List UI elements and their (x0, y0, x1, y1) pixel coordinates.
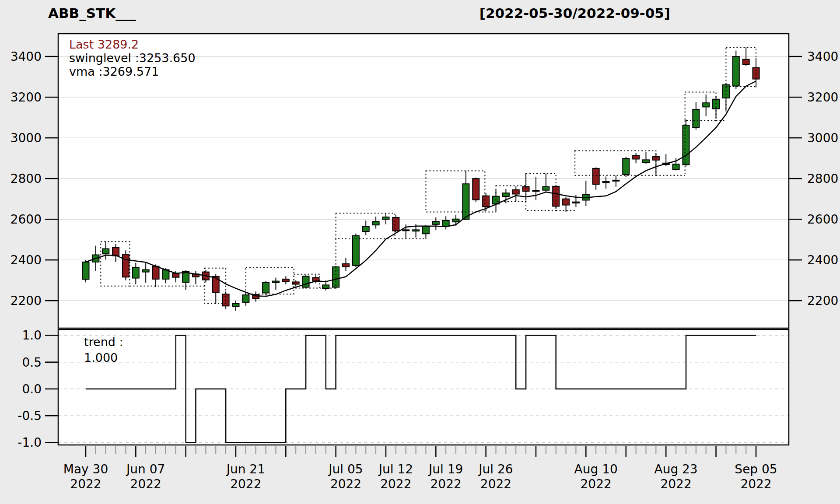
trend-panel (58, 329, 789, 445)
x-axis-year-label: 2022 (230, 477, 261, 491)
y-axis-tick-label-right: 2600 (807, 212, 838, 227)
x-axis-date-label: Aug 10 (574, 462, 618, 476)
date-range-label: [2022-05-30/2022-09-05] (480, 5, 670, 21)
trend-y-tick-label: 0.5 (22, 355, 42, 370)
trend-legend: trend : 1.000 (84, 334, 123, 366)
x-axis-year-label: 2022 (740, 477, 771, 491)
candle (682, 119, 689, 166)
x-axis-date-label: Jun 07 (126, 462, 165, 476)
x-axis-date-label: Jun 21 (226, 462, 265, 476)
chart-window: 2200220024002400260026002800280030003000… (0, 0, 840, 504)
x-axis-year-label: 2022 (480, 477, 511, 491)
x-axis-date-label: May 30 (63, 462, 108, 476)
x-axis-year-label: 2022 (430, 477, 462, 491)
y-axis-tick-label-right: 3200 (807, 90, 838, 105)
trend-value: 1.000 (84, 350, 123, 366)
trend-y-tick-label: -1.0 (18, 435, 42, 450)
x-axis-date-label: Jul 26 (478, 462, 513, 476)
y-axis-tick-label-right: 2800 (807, 172, 838, 186)
x-axis-year-label: 2022 (330, 477, 361, 491)
x-axis-date-label: Jul 12 (378, 462, 413, 476)
chart-title: ABB_STK___ (48, 5, 136, 21)
trend-label: trend : (84, 334, 123, 350)
y-axis-tick-label-left: 3200 (10, 90, 42, 105)
y-axis-tick-label-left: 2600 (10, 212, 42, 227)
y-axis-tick-label-right: 2200 (807, 294, 838, 308)
x-axis-year-label: 2022 (660, 477, 691, 491)
candle (392, 215, 399, 233)
x-axis-date-label: Aug 23 (654, 462, 697, 476)
x-axis-date-label: Sep 05 (735, 462, 777, 476)
candle (472, 178, 479, 202)
trend-y-tick-label: 0.0 (22, 382, 42, 396)
y-axis-tick-label-left: 2800 (10, 172, 42, 186)
y-axis-tick-label-left: 3000 (10, 131, 42, 145)
candle (733, 51, 739, 89)
x-axis-year-label: 2022 (581, 477, 612, 491)
y-axis-tick-label-right: 2400 (807, 253, 838, 267)
x-axis-date-label: Jul 05 (328, 462, 363, 476)
candle (303, 275, 309, 288)
trend-y-tick-label: -0.5 (18, 409, 42, 423)
y-axis-tick-label-left: 2200 (10, 294, 42, 308)
y-axis-tick-label-right: 3000 (807, 131, 838, 145)
candle (122, 250, 129, 280)
trend-y-tick-label: 1.0 (22, 328, 42, 343)
y-axis-tick-label-right: 3400 (807, 49, 838, 64)
legend-swinglevel-value: swinglevel :3253.650 (69, 51, 196, 65)
y-axis-tick-label-left: 2400 (10, 253, 42, 267)
x-axis-year-label: 2022 (130, 477, 161, 491)
candle (83, 260, 89, 282)
price-legend: Last 3289.2 swinglevel :3253.650 vma :32… (69, 38, 196, 78)
x-axis-date-label: Jul 19 (428, 462, 463, 476)
x-axis-year-label: 2022 (380, 477, 411, 491)
legend-vma-value: vma :3269.571 (69, 65, 196, 78)
legend-last-value: Last 3289.2 (69, 38, 196, 51)
candle (623, 157, 629, 177)
x-axis-year-label: 2022 (70, 477, 101, 491)
y-axis-tick-label-left: 3400 (10, 49, 42, 64)
